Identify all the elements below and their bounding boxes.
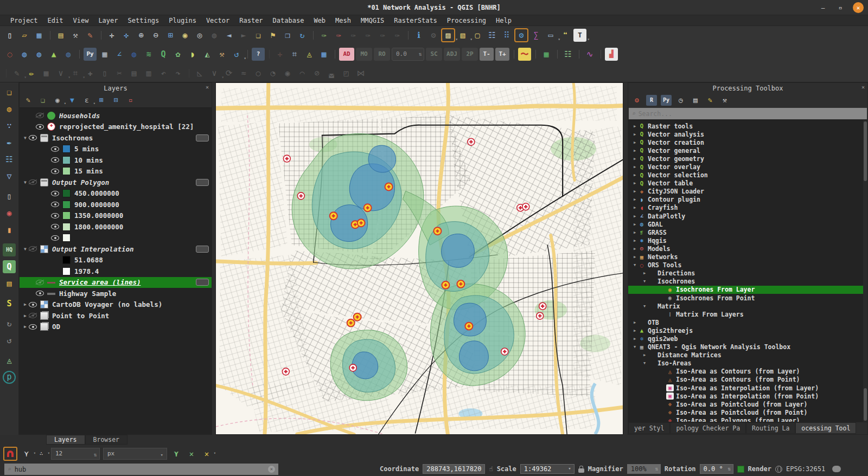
- osm-search-icon[interactable]: Q: [3, 260, 16, 273]
- add-wfs-layer-icon[interactable]: ◍: [33, 48, 46, 61]
- toolbox-item[interactable]: ▼ ◌ ORS Tools: [628, 261, 867, 269]
- expand-arrow-icon[interactable]: ▶: [631, 205, 638, 210]
- labels-change-icon[interactable]: ✑: [391, 29, 404, 42]
- advanced-digitizing-icon[interactable]: ◺: [193, 67, 206, 80]
- toolbox-item[interactable]: ▶ ✲ qgis2web: [628, 335, 867, 343]
- layer-row[interactable]: 1800.0000000: [20, 221, 212, 233]
- filter-expression-icon[interactable]: ε: [81, 95, 92, 106]
- rotation-spinner[interactable]: 0.0 °: [700, 464, 733, 474]
- refresh-plugin-icon[interactable]: ↻: [3, 317, 16, 330]
- menu-item[interactable]: MMQGIS: [356, 16, 389, 25]
- toolbox-item[interactable]: ▶ Distance Matrices: [628, 351, 867, 359]
- expand-arrow-icon[interactable]: ▶: [631, 222, 638, 227]
- new-print-layout-icon[interactable]: ▤: [54, 29, 67, 42]
- menu-item[interactable]: Plugins: [164, 16, 201, 25]
- close-button[interactable]: ✕: [853, 2, 864, 13]
- toolbox-item[interactable]: ▶ OTB: [628, 318, 867, 326]
- expand-arrow-icon[interactable]: ▶: [22, 302, 29, 307]
- labels-pin-icon[interactable]: ✑: [332, 29, 345, 42]
- ors-tools-icon[interactable]: ◌: [3, 48, 16, 61]
- cad-mo-button[interactable]: MO: [356, 48, 372, 61]
- minimize-button[interactable]: –: [818, 3, 828, 12]
- layer-row[interactable]: 1978.4: [20, 266, 212, 277]
- new-bookmark-icon[interactable]: ⚑: [266, 29, 279, 42]
- zoom-native-icon[interactable]: ◍: [208, 29, 221, 42]
- layer-row[interactable]: 900.0000000: [20, 199, 212, 210]
- layers-panel-close-icon[interactable]: ✕: [206, 84, 209, 90]
- refresh-map-icon[interactable]: ↻: [296, 29, 309, 42]
- visibility-eye-icon[interactable]: [36, 113, 44, 118]
- toolbox-item[interactable]: ▶ ❡ GRASS: [628, 228, 867, 236]
- toolbox-item[interactable]: ❉ Iso-Area as Pointcloud (from Layer): [628, 400, 867, 408]
- layer-stack-icon[interactable]: ≋: [142, 48, 155, 61]
- save-project-icon[interactable]: ▦: [33, 29, 46, 42]
- build-tool-icon[interactable]: ⚒: [215, 48, 228, 61]
- labels-highlight-icon[interactable]: ✑: [347, 29, 360, 42]
- labels-move-icon[interactable]: ✑: [361, 29, 374, 42]
- labels-abc-icon[interactable]: ✑: [317, 29, 330, 42]
- add-layer-icon[interactable]: ❏: [3, 86, 16, 99]
- database-icon[interactable]: ▯: [3, 190, 16, 203]
- dataplotly-icon[interactable]: ∠: [113, 48, 126, 61]
- toolbox-item[interactable]: ▼ Matrix: [628, 302, 867, 310]
- toolbox-search-input[interactable]: ⌕ Search...: [629, 108, 867, 119]
- cad-sc-button[interactable]: SC: [426, 48, 442, 61]
- delete-selected-icon[interactable]: ▯: [98, 67, 111, 80]
- expand-arrow-icon[interactable]: ▼: [641, 361, 648, 365]
- layer-row[interactable]: ▼ Output Polygon: [20, 177, 212, 188]
- help-icon[interactable]: ?: [252, 48, 265, 61]
- add-feature-icon[interactable]: ✚: [84, 67, 97, 80]
- toolbox-item[interactable]: ▼ Isochrones: [628, 278, 867, 286]
- leaf-plugin-icon[interactable]: ✿: [171, 48, 184, 61]
- cad-ad-button[interactable]: AD: [339, 48, 354, 61]
- expand-arrow-icon[interactable]: ▼: [22, 180, 29, 185]
- dock-tab[interactable]: Routing La: [746, 422, 795, 434]
- toolbox-close-icon[interactable]: ✕: [861, 84, 865, 90]
- toolbox-item[interactable]: ▶ ∠ DataPlotly: [628, 212, 867, 220]
- menu-item[interactable]: View: [68, 16, 93, 25]
- layer-row[interactable]: 450.0000000: [20, 188, 212, 200]
- save-edits-icon[interactable]: ▦: [40, 67, 53, 80]
- expand-arrow-icon[interactable]: ▶: [631, 149, 638, 153]
- zoom-last-icon[interactable]: ◄: [222, 29, 235, 42]
- menu-item[interactable]: Layer: [93, 16, 123, 25]
- snapping-tolerance-spinner[interactable]: 12: [51, 448, 100, 460]
- offset-curve-icon[interactable]: ⌒: [296, 67, 309, 80]
- visibility-eye-icon[interactable]: [29, 302, 37, 307]
- crs-status[interactable]: EPSG:32651: [786, 465, 825, 473]
- snapping-mode-icon[interactable]: ⋎: [21, 448, 33, 460]
- menu-item[interactable]: Settings: [123, 16, 164, 25]
- select-features-icon[interactable]: ▨: [442, 29, 455, 42]
- edit-inplace-icon[interactable]: ✎: [705, 95, 716, 106]
- messages-icon[interactable]: [832, 466, 841, 472]
- add-web-layer-icon[interactable]: ◍: [3, 102, 16, 115]
- expand-arrow-icon[interactable]: ▶: [22, 313, 29, 318]
- new-shapefile-icon[interactable]: ✒: [3, 136, 16, 149]
- visibility-eye-icon[interactable]: [36, 124, 44, 130]
- toolbox-item[interactable]: ▶ Directions: [628, 269, 867, 278]
- quickosm-icon[interactable]: Q: [157, 48, 170, 61]
- layer-row[interactable]: ▶ Point to Point: [20, 310, 212, 321]
- copy-features-icon[interactable]: ▤: [127, 67, 141, 80]
- move-feature-icon[interactable]: ∨: [208, 67, 221, 80]
- labels-rotate-icon[interactable]: ✑: [376, 29, 389, 42]
- layer-indicator-chip[interactable]: [196, 179, 209, 186]
- snapping-intersection-icon[interactable]: ✕: [186, 448, 197, 460]
- toolbox-item[interactable]: ▶ ◖ Crayfish: [628, 204, 867, 212]
- menu-item[interactable]: Help: [491, 16, 516, 25]
- text-annotation-icon[interactable]: T: [573, 29, 586, 42]
- topological-editing-icon[interactable]: ⋎: [170, 448, 182, 460]
- expand-arrow-icon[interactable]: ▶: [631, 320, 638, 325]
- expand-all-icon[interactable]: ⊞: [96, 95, 107, 106]
- expand-arrow-icon[interactable]: ▶: [641, 271, 648, 275]
- clear-search-icon[interactable]: ✕: [268, 466, 275, 473]
- layer-row[interactable]: ▶ CartoDB Voyager (no labels): [20, 299, 212, 311]
- toolbox-item[interactable]: ▶ Q Vector general: [628, 146, 867, 155]
- visibility-eye-icon[interactable]: [29, 324, 37, 330]
- cad-t-plus-button[interactable]: T+: [495, 48, 509, 61]
- expand-arrow-icon[interactable]: ▶: [631, 214, 638, 218]
- toolbox-item[interactable]: ◬ Iso-Area as Contours (from Layer): [628, 368, 867, 376]
- visibility-eye-icon[interactable]: [51, 146, 59, 152]
- metasearch-icon[interactable]: ◍: [62, 48, 75, 61]
- visibility-eye-icon[interactable]: [29, 313, 37, 318]
